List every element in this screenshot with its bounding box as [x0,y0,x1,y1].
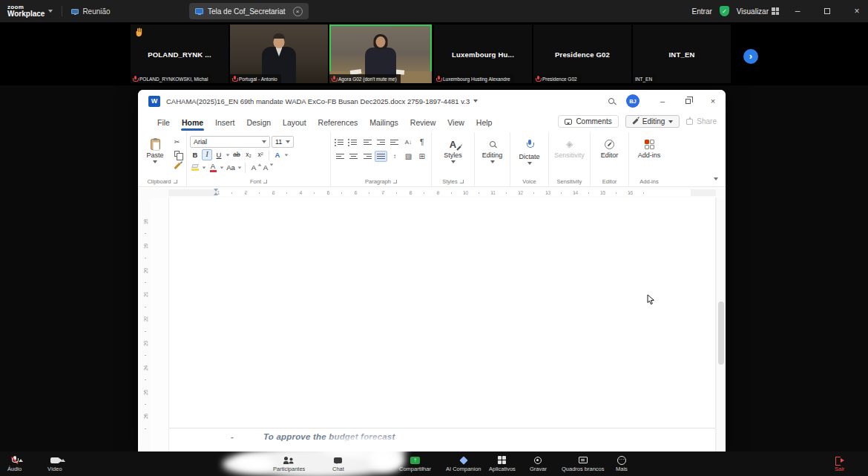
tab-insert[interactable]: Insert [209,114,240,132]
copy-button[interactable] [171,149,183,159]
indent-marker-left[interactable] [214,189,218,195]
tab-home[interactable]: Home [176,114,209,132]
underline-button[interactable]: U [214,149,224,160]
more-button[interactable]: ··· Mais [616,451,628,476]
participant-tile-poland[interactable]: POLAND_RYNK ... POLAND_RYNKOWSKI, Michal [131,25,228,83]
cut-button[interactable]: ✂ [171,137,183,147]
dialog-launcher-icon[interactable] [263,180,267,183]
audio-button[interactable]: Áudio [7,451,22,476]
line-spacing-button[interactable]: ↕ [389,151,401,162]
font-color-button[interactable]: A [208,162,218,173]
strikethrough-button[interactable]: ab [231,149,242,160]
participant-tile-presidence[interactable]: Presidence G02 Presidence G02 [533,25,631,83]
tab-file[interactable]: File [151,114,176,132]
vertical-scrollbar[interactable] [716,198,726,451]
borders-button[interactable]: ⊞ [416,151,428,162]
participant-tile-portugal[interactable]: Portugal - Antonio [230,25,328,83]
comments-button[interactable]: Comments [558,115,618,128]
word-close-button[interactable]: × [700,90,726,112]
paste-button[interactable]: Paste [141,135,169,176]
horizontal-ruler[interactable]: 1234 5678 9101112 13141516 [138,188,726,198]
tab-layout[interactable]: Layout [277,114,312,132]
align-left-button[interactable] [334,151,346,162]
search-icon[interactable] [608,98,614,104]
shrink-font-button[interactable]: A [260,162,271,173]
styles-button[interactable]: A Styles [439,135,467,176]
dialog-launcher-icon[interactable] [393,180,397,183]
chevron-down-icon[interactable] [226,154,230,156]
apps-button[interactable]: Aplicativos [489,451,516,476]
zoom-close-button[interactable]: × [846,0,868,22]
record-button[interactable]: Gravar [530,451,547,476]
format-painter-button[interactable] [171,160,183,171]
word-restore-button[interactable] [675,90,700,112]
sort-button[interactable]: A↓ [402,137,414,148]
audio-options-caret[interactable] [19,459,23,462]
italic-button-active[interactable]: I [202,149,212,160]
tab-help[interactable]: Help [470,114,499,132]
justify-button-active[interactable] [375,151,387,162]
document-page[interactable]: - To approve the budget forecast [168,198,716,451]
dictate-button[interactable]: Dictate [516,135,544,176]
tab-meeting[interactable]: Reunião [71,7,110,16]
font-name-combobox[interactable]: Arial [190,136,270,148]
tab-shared-screen[interactable]: Tela de Cof_Secretariat × [189,3,309,19]
participant-tile-int-en[interactable]: INT_EN INT_EN [633,25,731,83]
text-highlight-button[interactable] [190,162,200,173]
grow-font-button[interactable]: A [249,162,259,173]
chevron-down-icon[interactable] [220,166,224,169]
dialog-launcher-icon[interactable] [460,180,464,183]
chat-button[interactable]: Chat [332,451,344,476]
participants-button[interactable]: Participantes [273,451,305,476]
zoom-workplace-menu[interactable]: zoom Workplace [7,4,53,19]
ai-companion-button[interactable]: AI Companion [446,451,481,476]
editing-mode-dropdown[interactable]: Editing [625,115,680,128]
superscript-button[interactable]: x² [255,149,266,160]
collapse-ribbon-button[interactable] [714,170,718,183]
tab-references[interactable]: References [312,114,364,132]
multilevel-list-button[interactable] [361,137,373,148]
zoom-minimize-button[interactable]: – [786,0,809,22]
align-right-button[interactable] [361,151,373,162]
chevron-down-icon[interactable] [203,166,206,169]
video-options-caret[interactable] [61,459,65,462]
chevron-down-icon[interactable] [238,166,242,169]
zoom-maximize-button[interactable] [816,0,838,22]
view-button[interactable]: Visualizar [737,7,779,16]
font-size-combobox[interactable]: 11 [272,136,294,148]
numbered-list-button[interactable] [347,137,359,148]
video-button[interactable]: Vídeo [47,451,62,476]
share-screen-button[interactable]: ↑ Compartilhar [399,451,431,476]
document-text-line[interactable]: - To approve the budget forecast [169,432,715,444]
dialog-launcher-icon[interactable] [174,180,177,183]
close-share-tab-icon[interactable]: × [293,7,303,16]
change-case-button[interactable]: Aa [226,162,236,173]
editing-button[interactable]: Editing [479,135,507,176]
scrollbar-thumb[interactable] [718,301,724,365]
leave-meeting-button[interactable]: Sair [835,451,844,476]
tab-mailings[interactable]: Mailings [364,114,404,132]
vertical-ruler[interactable]: 181920 212223 242526 [140,198,151,451]
tab-view[interactable]: View [441,114,470,132]
shading-button[interactable]: ▨ [402,151,414,162]
bullet-list-button[interactable] [334,137,346,148]
show-hide-marks-button[interactable]: ¶ [416,137,428,148]
next-participants-button[interactable]: › [743,49,758,64]
editor-button[interactable]: Editor [596,135,624,176]
chevron-down-icon[interactable] [285,154,289,156]
word-minimize-button[interactable]: – [650,90,675,112]
signin-button[interactable]: Entrar [692,7,712,16]
tab-design[interactable]: Design [240,114,277,132]
addins-button[interactable]: Add-ins [635,135,663,176]
whiteboards-button[interactable]: Quadros brancos [562,451,605,476]
bold-button[interactable]: B [190,149,200,160]
decrease-indent-button[interactable] [375,137,387,148]
subscript-button[interactable]: x₂ [243,149,254,160]
tab-review[interactable]: Review [404,114,441,132]
align-center-button[interactable] [347,151,359,162]
participant-tile-agora-active-speaker[interactable]: Agora G02 (don't mute me) [329,25,432,83]
participant-tile-luxembourg[interactable]: Luxembourg Hu... Luxembourg Husting Alex… [434,25,532,83]
text-effects-button[interactable]: A [272,149,283,160]
account-avatar[interactable]: BJ [626,94,640,108]
increase-indent-button[interactable] [389,137,401,148]
